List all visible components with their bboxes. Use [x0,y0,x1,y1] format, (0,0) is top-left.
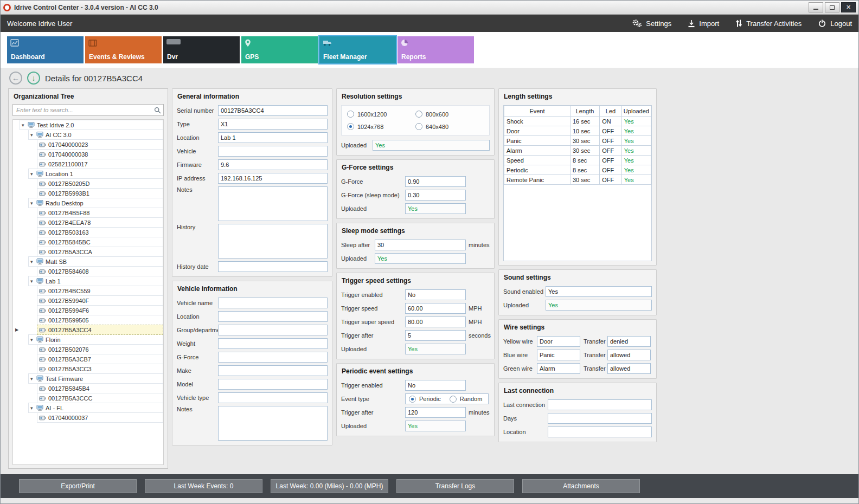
radio-icon[interactable] [347,111,354,118]
field-input[interactable] [218,146,328,157]
tab-dvr[interactable]: Dvr [163,36,240,63]
field-input[interactable] [218,311,328,322]
field-input[interactable] [405,421,466,431]
expand-arrow-icon[interactable] [30,259,36,264]
field-input[interactable] [218,365,328,376]
tab-dashboard[interactable]: Dashboard [7,36,84,63]
expand-all-button[interactable] [27,72,40,85]
field-input[interactable] [218,173,328,184]
minimize-button[interactable] [809,2,823,12]
field-input[interactable] [405,289,466,300]
field-textarea[interactable] [218,224,328,259]
expand-arrow-icon[interactable] [22,122,28,128]
radio-icon[interactable] [415,111,422,118]
tab-fleet-manager[interactable]: Fleet Manager [319,36,396,63]
bottom-bar-button[interactable]: Transfer Logs [396,479,514,493]
tree-item[interactable]: 00127B4B5F88 [37,208,163,218]
expand-arrow-icon[interactable] [30,171,36,177]
expand-arrow-icon[interactable] [30,132,36,138]
expand-arrow-icon[interactable] [30,279,36,284]
bottom-bar-button[interactable]: Last Week: 0.00 (Miles) - 0.00 (MPH) [271,479,388,493]
wire-event-input[interactable] [537,350,580,360]
wire-event-input[interactable] [537,336,580,347]
tree-item[interactable]: 017040000023 [37,139,163,150]
field-input[interactable] [218,119,328,130]
tree-item[interactable]: Test Firmware [28,373,163,384]
field-input[interactable] [405,190,466,201]
field-input[interactable] [218,379,328,390]
uploaded-value[interactable] [373,140,490,151]
wire-transfer-input[interactable] [607,350,651,360]
tab-reports[interactable]: Reports [398,36,474,63]
radio-icon[interactable] [415,123,422,130]
expand-arrow-icon[interactable] [30,337,36,343]
wire-transfer-input[interactable] [607,363,651,374]
field-input[interactable] [405,344,466,354]
field-input[interactable] [218,159,328,170]
field-input[interactable] [218,132,328,143]
tree-item[interactable]: 025821100017 [37,159,163,169]
field-input[interactable] [218,338,328,349]
field-textarea[interactable] [218,186,328,221]
bottom-bar-button[interactable]: Export/Print [19,479,137,493]
resolution-option-800x600[interactable]: 800x600 [415,111,484,118]
resolution-option-640x480[interactable]: 640x480 [415,123,484,130]
tree-item[interactable]: 00127B5994F6 [37,305,163,315]
field-input[interactable] [218,392,328,403]
resolution-option-1024x768[interactable]: 1024x768 [347,123,415,130]
field-input[interactable] [218,352,328,363]
tree-item[interactable]: 00127B502076 [37,344,163,354]
wire-transfer-input[interactable] [607,336,651,347]
tree-item[interactable]: AI CC 3.0 [28,130,163,140]
field-input[interactable] [218,298,328,308]
back-button[interactable] [9,72,22,85]
tree-item[interactable]: 00127B5A3CCC [37,393,163,403]
field-input[interactable] [405,203,466,214]
tree-item[interactable]: 00127B584608 [37,266,163,276]
tree-item[interactable]: Radu Desktop [28,198,163,208]
wire-event-input[interactable] [537,363,580,374]
tree-item[interactable]: 00127B59940F [37,295,163,306]
tree-item[interactable]: 00127B5845BC [37,237,163,247]
event-type-random[interactable]: Random [450,396,483,403]
field-input[interactable] [405,380,466,391]
field-input[interactable] [218,325,328,335]
tree-item[interactable]: 00127B599505 [37,315,163,325]
field-input[interactable] [405,330,466,341]
tree-item[interactable]: AI - FL [28,403,163,413]
tree-item[interactable]: 00127B5993B1 [37,188,163,198]
tree-search-input[interactable] [12,104,164,116]
field-input[interactable] [548,399,652,410]
bottom-bar-button[interactable]: Attachments [522,479,640,493]
import-button[interactable]: Import [688,20,719,28]
field-input[interactable] [375,240,466,250]
field-input[interactable] [218,261,328,272]
tree-item[interactable]: Matt SB [28,256,163,267]
expand-arrow-icon[interactable] [30,201,36,206]
field-input[interactable] [548,413,652,424]
tree-item[interactable]: Lab 1 [28,276,163,286]
expand-arrow-icon[interactable] [30,376,36,382]
tree-item[interactable]: 00127B4EEA78 [37,217,163,228]
tree-item[interactable]: 00127B5A3CCA [37,247,163,257]
radio-icon[interactable] [347,123,354,130]
tree-item[interactable]: Test Idrive 2.0 [20,120,163,130]
logout-button[interactable]: Logout [818,19,852,28]
field-textarea[interactable] [218,406,328,441]
event-type-periodic[interactable]: Periodic [409,396,441,403]
field-input[interactable] [546,300,652,311]
tree-item[interactable]: 017040000038 [37,149,163,159]
tree-item[interactable]: Florin [28,334,163,345]
radio-icon[interactable] [409,396,416,403]
field-input[interactable] [405,316,466,327]
radio-icon[interactable] [450,396,457,403]
field-input[interactable] [405,303,466,314]
settings-button[interactable]: Settings [632,19,671,28]
tree-item[interactable]: 00127B503163 [37,227,163,237]
tree-item[interactable]: 00127B4BC559 [37,286,163,296]
tab-gps[interactable]: GPS [241,36,318,63]
field-input[interactable] [375,253,466,264]
tree-item[interactable]: 00127B5A3CC3 [37,364,163,374]
transfer-activities-button[interactable]: Transfer Activities [735,19,802,28]
bottom-bar-button[interactable]: Last Week Events: 0 [145,479,262,493]
